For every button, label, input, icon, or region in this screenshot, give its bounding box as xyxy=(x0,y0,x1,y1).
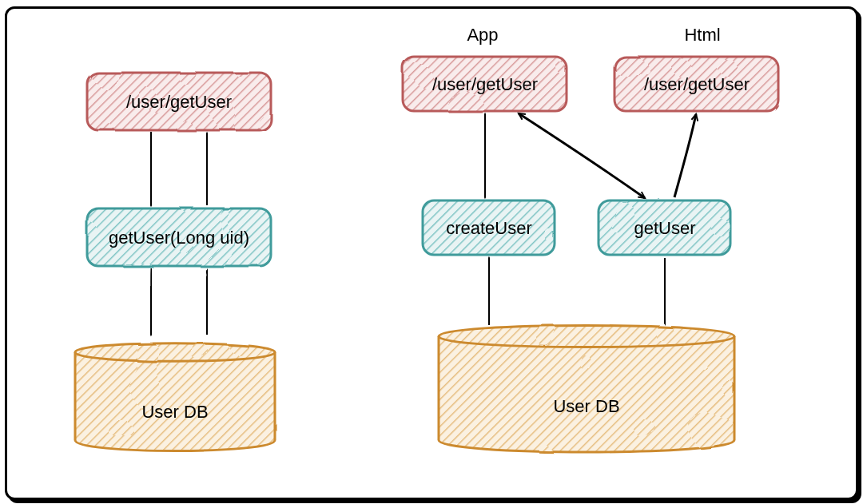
arrow-get-to-db xyxy=(665,258,666,323)
title-html: Html xyxy=(684,25,720,45)
diagram-svg: /user/getUser getUser(Long uid) User DB … xyxy=(7,9,856,498)
left-endpoint-label: /user/getUser xyxy=(126,92,232,112)
arrow-left-svc-to-ep xyxy=(207,133,208,205)
right-endpoint-html-label: /user/getUser xyxy=(644,74,750,94)
diagram-frame: /user/getUser getUser(Long uid) User DB … xyxy=(5,6,858,500)
right-endpoint-app-label: /user/getUser xyxy=(432,74,538,94)
left-service-label: getUser(Long uid) xyxy=(109,228,249,248)
left-db-label: User DB xyxy=(141,402,208,422)
right-service-create-label: createUser xyxy=(446,218,532,238)
arrow-app-to-get xyxy=(519,113,645,198)
arrow-left-svc-to-db xyxy=(151,268,152,335)
arrow-get-to-html xyxy=(674,114,696,197)
right-db-label: User DB xyxy=(553,396,619,416)
title-app: App xyxy=(467,25,498,45)
right-db-cylinder xyxy=(439,326,734,453)
right-service-get-label: getUser xyxy=(634,218,695,238)
left-db-cylinder xyxy=(75,343,275,451)
arrow-left-db-to-svc xyxy=(207,269,208,335)
arrow-app-to-create xyxy=(485,114,486,197)
arrow-db-to-create xyxy=(489,258,490,325)
